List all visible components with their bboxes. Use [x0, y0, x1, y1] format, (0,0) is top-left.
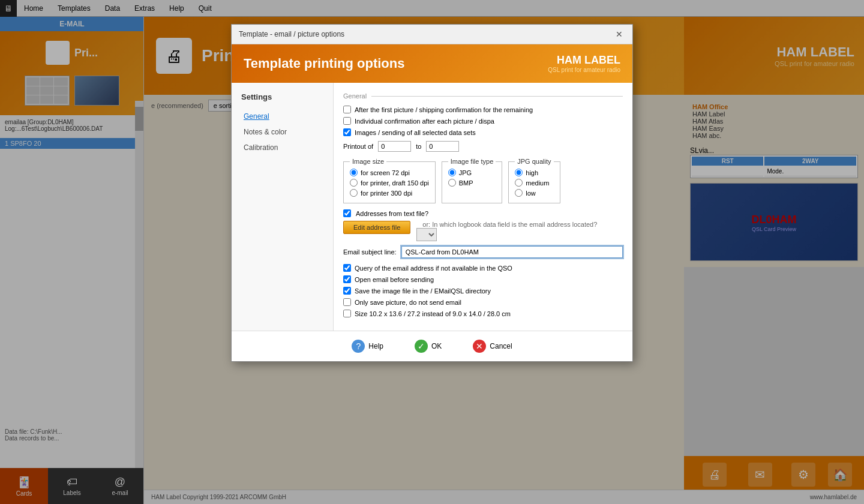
checkbox-after-first-input[interactable]	[343, 106, 351, 113]
checkbox-only-save: Only save picture, do not send email	[343, 298, 623, 306]
addresses-row: Addresses from text file?	[343, 209, 623, 217]
logbook-dropdown[interactable]	[416, 228, 437, 241]
dialog-nav-general[interactable]: General	[232, 109, 333, 124]
printout-row: Printout of to	[343, 141, 623, 152]
checkbox-individual: Individual confirmation after each pictu…	[343, 117, 623, 125]
ok-button[interactable]: ✓ OK	[405, 337, 451, 355]
radio-jpg-input[interactable]	[448, 169, 456, 176]
radio-high-label: high	[526, 169, 538, 176]
radio-printer-300: for printer 300 dpi	[350, 189, 429, 197]
addresses-checkbox-label: Addresses from text file?	[356, 210, 428, 217]
or-label: or: In which logbook data field is the e…	[422, 221, 623, 228]
cancel-label: Cancel	[490, 342, 512, 350]
checkbox-images-input[interactable]	[343, 128, 351, 136]
radio-printer-300-input[interactable]	[350, 189, 358, 197]
radio-low-input[interactable]	[515, 189, 523, 197]
checkbox-open-email-input[interactable]	[343, 275, 351, 283]
radio-jpg: JPG	[448, 169, 496, 176]
radio-low: low	[515, 189, 553, 197]
dialog-brand-sub: QSL print for amateur radio	[548, 67, 620, 73]
radio-printer-150: for printer, draft 150 dpi	[350, 179, 429, 187]
printout-to-label: to	[416, 143, 421, 150]
checkbox-images: Images / sending of all selected data se…	[343, 128, 623, 136]
dialog-overlay: Template - email / picture options ✕ Tem…	[0, 0, 864, 504]
checkbox-after-first: After the first picture / shipping confi…	[343, 106, 623, 113]
checkbox-size: Size 10.2 x 13.6 / 27.2 instead of 9.0 x…	[343, 310, 623, 317]
radio-medium-input[interactable]	[515, 179, 523, 187]
subject-input[interactable]	[401, 246, 623, 258]
edit-or-row: Edit address file or: In which logbook d…	[343, 221, 623, 241]
checkbox-images-label: Images / sending of all selected data se…	[355, 129, 476, 136]
radio-high: high	[515, 169, 553, 176]
radio-printer-150-label: for printer, draft 150 dpi	[361, 179, 429, 187]
checkbox-query-email-input[interactable]	[343, 264, 351, 272]
dialog-close-button[interactable]: ✕	[613, 28, 625, 40]
dialog-footer: ? Help ✓ OK ✕ Cancel	[232, 331, 632, 361]
section-general-label: General	[343, 92, 623, 100]
checkbox-save-image-input[interactable]	[343, 287, 351, 295]
image-size-legend: Image size	[350, 158, 386, 165]
checkbox-query-email-label: Query of the email address if not availa…	[355, 265, 512, 272]
checkbox-query-email: Query of the email address if not availa…	[343, 264, 623, 272]
checkbox-size-input[interactable]	[343, 310, 351, 317]
checkbox-open-email-label: Open email before sending	[355, 276, 434, 283]
radio-medium-label: medium	[526, 179, 549, 187]
radio-printer-150-input[interactable]	[350, 179, 358, 187]
dialog: Template - email / picture options ✕ Tem…	[231, 24, 633, 362]
radio-jpg-label: JPG	[459, 169, 472, 176]
checkbox-individual-label: Individual confirmation after each pictu…	[355, 118, 494, 125]
image-file-type-group: Image file type JPG BMP	[442, 158, 503, 203]
addresses-checkbox-input[interactable]	[343, 209, 351, 217]
dialog-nav-notes[interactable]: Notes & color	[232, 124, 333, 140]
checkbox-save-image: Save the image file in the / EMailQSL di…	[343, 287, 623, 295]
subject-row: Email subject line:	[343, 246, 623, 258]
radio-bmp-input[interactable]	[448, 179, 456, 187]
edit-address-button[interactable]: Edit address file	[343, 221, 410, 234]
help-icon: ?	[352, 340, 365, 353]
checkbox-only-save-input[interactable]	[343, 298, 351, 306]
help-label: Help	[368, 342, 383, 350]
dialog-body: Settings General Notes & color Calibrati…	[232, 83, 632, 331]
checkbox-save-image-label: Save the image file in the / EMailQSL di…	[355, 287, 491, 295]
dialog-banner: Template printing options HAM LABEL QSL …	[232, 44, 632, 83]
image-file-type-legend: Image file type	[448, 158, 496, 165]
checkbox-open-email: Open email before sending	[343, 275, 623, 283]
ok-icon: ✓	[415, 340, 428, 353]
options-row: Image size for screen 72 dpi for printer…	[343, 158, 623, 203]
dialog-title-text: Template - email / picture options	[239, 30, 344, 38]
radio-low-label: low	[526, 190, 536, 197]
checkbox-individual-input[interactable]	[343, 117, 351, 125]
dialog-banner-title: Template printing options	[244, 56, 404, 71]
cancel-button[interactable]: ✕ Cancel	[463, 337, 521, 355]
ok-label: OK	[431, 342, 442, 350]
dialog-nav-calibration[interactable]: Calibration	[232, 140, 333, 155]
dialog-brand-title: HAM LABEL	[548, 54, 620, 67]
checkbox-size-label: Size 10.2 x 13.6 / 27.2 instead of 9.0 x…	[355, 310, 511, 317]
printout-to-input[interactable]	[426, 141, 459, 152]
checkbox-only-save-label: Only save picture, do not send email	[355, 299, 461, 306]
printout-from-input[interactable]	[378, 141, 411, 152]
radio-medium: medium	[515, 179, 553, 187]
radio-bmp: BMP	[448, 179, 496, 187]
radio-bmp-label: BMP	[459, 179, 473, 187]
dialog-main: General After the first picture / shippi…	[334, 83, 632, 331]
dialog-titlebar: Template - email / picture options ✕	[232, 25, 632, 44]
image-size-group: Image size for screen 72 dpi for printer…	[343, 158, 436, 203]
radio-high-input[interactable]	[515, 169, 523, 176]
subject-label: Email subject line:	[343, 248, 397, 256]
dialog-sidebar-title: Settings	[232, 92, 333, 109]
checkbox-after-first-label: After the first picture / shipping confi…	[355, 106, 533, 113]
jpg-quality-group: JPG quality high medium low	[508, 158, 560, 203]
dialog-brand: HAM LABEL QSL print for amateur radio	[548, 54, 620, 73]
printout-label: Printout of	[343, 143, 373, 150]
jpg-quality-legend: JPG quality	[515, 158, 553, 165]
radio-screen-72-input[interactable]	[350, 169, 358, 176]
help-button[interactable]: ? Help	[342, 337, 393, 355]
radio-screen-72-label: for screen 72 dpi	[361, 169, 410, 176]
radio-printer-300-label: for printer 300 dpi	[361, 190, 412, 197]
logbook-section: or: In which logbook data field is the e…	[416, 221, 623, 241]
cancel-icon: ✕	[473, 340, 486, 353]
radio-screen-72: for screen 72 dpi	[350, 169, 429, 176]
dialog-sidebar: Settings General Notes & color Calibrati…	[232, 83, 334, 331]
